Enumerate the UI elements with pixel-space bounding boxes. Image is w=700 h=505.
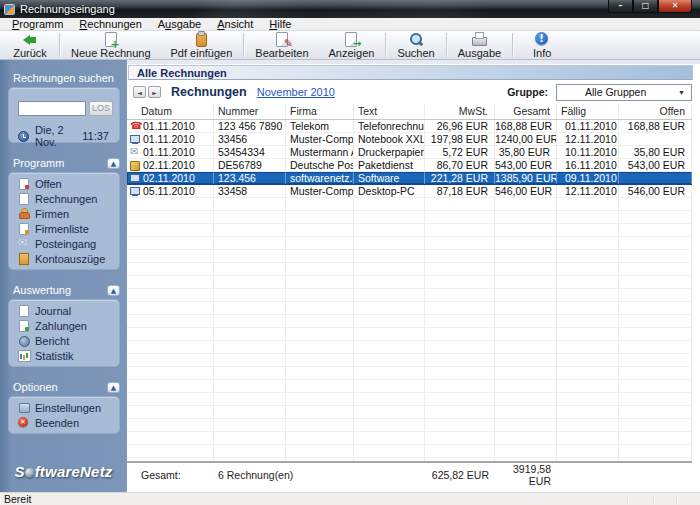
- empty-cell: [557, 250, 619, 262]
- sidebar-item-bericht[interactable]: Bericht: [9, 333, 119, 348]
- empty-row: [127, 302, 692, 315]
- empty-cell: [354, 289, 425, 301]
- sidebar-item-statistik[interactable]: Statistik: [9, 348, 119, 363]
- table-row[interactable]: 05.11.201033458Muster-ComputerDesktop-PC…: [127, 185, 692, 198]
- computer-icon: [130, 173, 140, 184]
- menu-rechnungen[interactable]: Rechnungen: [71, 18, 149, 30]
- empty-cell: [354, 445, 425, 457]
- collapse-icon[interactable]: ▲: [107, 382, 120, 393]
- collapse-icon[interactable]: ▲: [107, 158, 120, 169]
- status-separator: [653, 495, 654, 503]
- empty-cell: [127, 263, 214, 275]
- menu-ansicht[interactable]: Ansicht: [209, 18, 261, 30]
- empty-cell: [495, 432, 557, 444]
- empty-cell: [354, 393, 425, 405]
- menu-hilfe[interactable]: Hilfe: [261, 18, 299, 30]
- pdf-einfügen-button[interactable]: Pdf einfügen: [161, 31, 243, 59]
- column-header-nummer[interactable]: Nummer: [214, 104, 286, 119]
- sidebar-item-einstellungen[interactable]: Einstellungen: [9, 400, 119, 415]
- bearbeiten-button[interactable]: Bearbeiten: [245, 31, 318, 59]
- empty-cell: [214, 380, 286, 392]
- cell-datum-text: 05.11.2010: [143, 185, 195, 197]
- table-row[interactable]: 01.11.201053454334Mustermann AGDruckerpa…: [127, 146, 692, 159]
- empty-cell: [214, 211, 286, 223]
- cell-gesamt: 546,00 EUR: [495, 185, 557, 197]
- table-row[interactable]: 01.11.2010123 456 7890TelekomTelefonrech…: [127, 120, 692, 133]
- empty-cell: [495, 328, 557, 340]
- current-time: 11:37: [82, 130, 109, 142]
- column-header-fällig[interactable]: Fällig: [557, 104, 619, 119]
- table-row[interactable]: 02.11.2010123.456softwarenetz.deSoftware…: [127, 172, 692, 185]
- group-dropdown[interactable]: Alle Gruppen▼: [556, 84, 692, 101]
- close-button[interactable]: ✕: [658, 0, 692, 13]
- inbox-envelope-icon: [18, 238, 29, 249]
- section-panel: EinstellungenBeenden: [8, 396, 120, 434]
- menu-ausgabe[interactable]: Ausgabe: [150, 18, 209, 30]
- empty-cell: [557, 263, 619, 275]
- sidebar-item-posteingang[interactable]: Posteingang: [9, 236, 119, 251]
- search-input[interactable]: [18, 101, 86, 116]
- status-bar: Bereit: [0, 492, 700, 505]
- cell-firma: Deutsche Post: [286, 159, 354, 171]
- empty-cell: [495, 419, 557, 431]
- empty-row: [127, 276, 692, 289]
- sidebar-item-journal[interactable]: Journal: [9, 303, 119, 318]
- search-go-button[interactable]: LOS: [89, 101, 113, 116]
- empty-cell: [557, 211, 619, 223]
- cell-fällig: 01.11.2010: [557, 120, 619, 132]
- maximize-button[interactable]: □: [633, 0, 658, 13]
- nav-row: ◄ ► Rechnungen November 2010 Gruppe: All…: [127, 80, 700, 104]
- empty-cell: [214, 419, 286, 431]
- ausgabe-button[interactable]: Ausgabe: [448, 31, 511, 59]
- cell-nummer: 123 456 7890: [214, 120, 286, 132]
- info-button[interactable]: Info: [514, 31, 570, 59]
- sidebar-item-beenden[interactable]: Beenden: [9, 415, 119, 430]
- new-invoice-icon: [103, 32, 119, 47]
- prev-month-button[interactable]: ◄: [133, 86, 146, 98]
- table-row[interactable]: 02.11.2010DE56789Deutsche PostPaketdiens…: [127, 159, 692, 172]
- empty-cell: [495, 224, 557, 236]
- minimize-button[interactable]: –: [608, 0, 633, 13]
- cell-text: Paketdienst: [354, 159, 425, 171]
- suchen-button[interactable]: Suchen: [387, 31, 444, 59]
- empty-cell: [425, 250, 495, 262]
- empty-row: [127, 250, 692, 263]
- empty-cell: [127, 393, 214, 405]
- empty-cell: [286, 328, 354, 340]
- cell-datum-text: 02.11.2010: [143, 172, 195, 184]
- list-header: Alle Rechnungen: [128, 65, 693, 80]
- anzeigen-button[interactable]: Anzeigen: [319, 31, 385, 59]
- sidebar-item-zahlungen[interactable]: Zahlungen: [9, 318, 119, 333]
- collapse-icon[interactable]: ▲: [107, 285, 120, 296]
- zurück-button[interactable]: Zurück: [2, 31, 58, 59]
- empty-cell: [495, 302, 557, 314]
- sidebar-item-rechnungen[interactable]: Rechnungen: [9, 191, 119, 206]
- empty-cell: [619, 393, 692, 405]
- column-header-gesamt[interactable]: Gesamt: [495, 104, 557, 119]
- sidebar-item-offen[interactable]: Offen: [9, 176, 119, 191]
- sidebar-item-firmen[interactable]: Firmen: [9, 206, 119, 221]
- column-header-mwst-[interactable]: MwSt.: [425, 104, 495, 119]
- column-header-datum[interactable]: Datum: [127, 104, 214, 119]
- sidebar-item-kontoauszüge[interactable]: Kontoauszüge: [9, 251, 119, 266]
- empty-cell: [557, 380, 619, 392]
- column-header-text[interactable]: Text: [354, 104, 425, 119]
- app-icon: [4, 4, 15, 15]
- column-header-offen[interactable]: Offen: [619, 104, 692, 119]
- empty-cell: [619, 289, 692, 301]
- sidebar-item-firmenliste[interactable]: Firmenliste: [9, 221, 119, 236]
- column-header-firma[interactable]: Firma: [286, 104, 354, 119]
- neue-rechnung-button[interactable]: Neue Rechnung: [61, 31, 161, 59]
- footer-mwst-sum: 625,82 EUR: [425, 469, 495, 481]
- empty-cell: [354, 276, 425, 288]
- cell-datum-text: 01.11.2010: [143, 133, 195, 145]
- table-row[interactable]: 01.11.201033456Muster-ComputerNotebook X…: [127, 133, 692, 146]
- empty-cell: [619, 445, 692, 457]
- period-link[interactable]: November 2010: [257, 86, 335, 98]
- empty-cell: [127, 302, 214, 314]
- next-month-button[interactable]: ►: [148, 86, 161, 98]
- computer-icon: [130, 186, 140, 197]
- menu-programm[interactable]: Programm: [4, 18, 71, 30]
- empty-cell: [127, 237, 214, 249]
- empty-cell: [557, 237, 619, 249]
